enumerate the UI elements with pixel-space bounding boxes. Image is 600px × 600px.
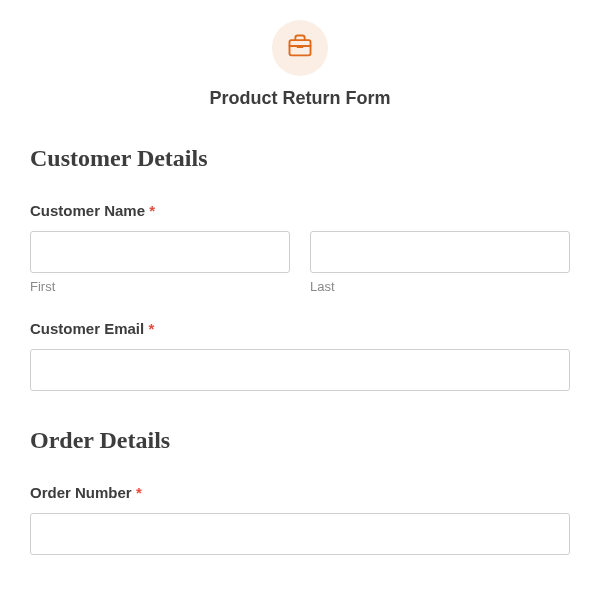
name-row: First Last <box>30 231 570 294</box>
first-name-col: First <box>30 231 290 294</box>
customer-email-label-text: Customer Email <box>30 320 144 337</box>
order-number-field: Order Number * <box>30 484 570 555</box>
required-marker: * <box>136 484 142 501</box>
last-name-input[interactable] <box>310 231 570 273</box>
briefcase-icon <box>286 32 314 64</box>
order-number-label: Order Number * <box>30 484 570 501</box>
customer-name-label: Customer Name * <box>30 202 570 219</box>
customer-name-field: Customer Name * First Last <box>30 202 570 294</box>
customer-name-label-text: Customer Name <box>30 202 145 219</box>
header-icon-circle <box>272 20 328 76</box>
customer-details-heading: Customer Details <box>30 145 570 172</box>
order-details-heading: Order Details <box>30 427 570 454</box>
last-name-sublabel: Last <box>310 279 570 294</box>
customer-email-label: Customer Email * <box>30 320 570 337</box>
order-number-input[interactable] <box>30 513 570 555</box>
order-number-label-text: Order Number <box>30 484 132 501</box>
form-header: Product Return Form <box>30 20 570 109</box>
first-name-sublabel: First <box>30 279 290 294</box>
order-section: Order Details Order Number * <box>30 427 570 555</box>
required-marker: * <box>148 320 154 337</box>
first-name-input[interactable] <box>30 231 290 273</box>
customer-email-field: Customer Email * <box>30 320 570 391</box>
required-marker: * <box>149 202 155 219</box>
last-name-col: Last <box>310 231 570 294</box>
customer-email-input[interactable] <box>30 349 570 391</box>
form-title: Product Return Form <box>30 88 570 109</box>
